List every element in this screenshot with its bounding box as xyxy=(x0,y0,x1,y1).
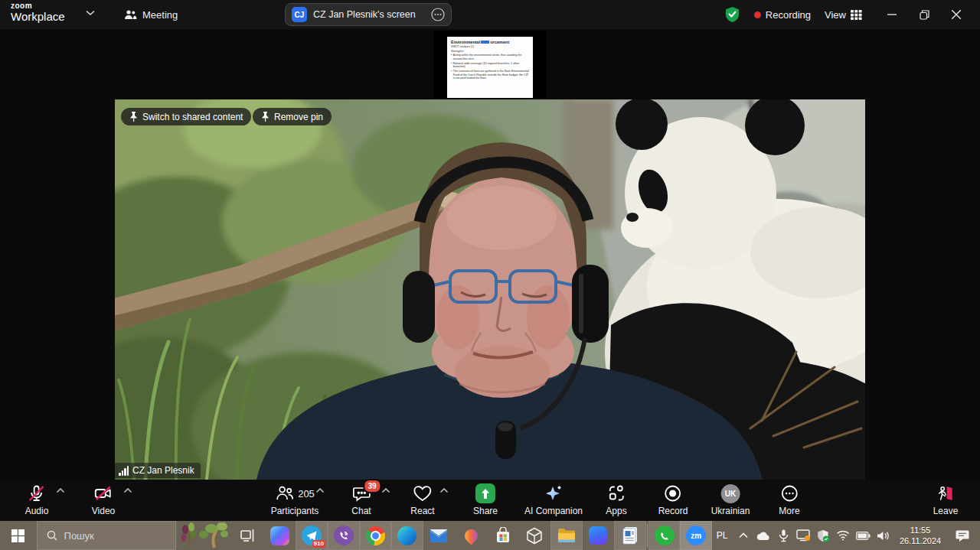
search-icon xyxy=(47,530,57,541)
tray-time: 11:55 xyxy=(910,525,931,535)
camera-off-icon xyxy=(93,483,113,503)
tab-shared-screen[interactable]: CJ CZ Jan Plesnik's screen xyxy=(285,3,452,26)
leave-button[interactable]: Leave xyxy=(933,483,959,516)
brand-zoom: zoom xyxy=(11,2,65,10)
screen-share-tray-icon[interactable] xyxy=(795,521,812,550)
slide-preview: Environmental orcement SWOT analysis (1)… xyxy=(447,37,533,98)
participant-name: CZ Jan Plesnik xyxy=(132,465,194,476)
participants-count: 205 xyxy=(298,488,315,500)
tab-shared-screen-label: CZ Jan Plesnik's screen xyxy=(313,9,425,20)
chrome-icon[interactable] xyxy=(360,521,392,550)
chat-options-caret[interactable] xyxy=(382,488,390,493)
telegram-unread-badge: 910 xyxy=(312,540,325,548)
chat-button[interactable]: 39 Chat xyxy=(351,483,371,516)
onedrive-cloud-icon[interactable] xyxy=(755,521,772,550)
paint-drop-icon[interactable] xyxy=(455,521,487,550)
tray-date: 26.11.2024 xyxy=(900,535,941,546)
avatar: CJ xyxy=(292,7,307,22)
react-button[interactable]: React xyxy=(410,483,434,516)
slide-title: Environmental orcement xyxy=(451,40,529,44)
action-center-icon[interactable] xyxy=(949,521,975,550)
pin-icon xyxy=(129,112,138,122)
participants-button[interactable]: 205 Participants xyxy=(271,483,319,516)
windows-taskbar: Пошук 910 xyxy=(0,521,980,550)
task-view-button[interactable] xyxy=(232,521,264,550)
viber-icon[interactable] xyxy=(328,521,360,550)
audio-options-caret[interactable] xyxy=(57,488,65,493)
wifi-icon[interactable] xyxy=(835,521,851,550)
view-button[interactable]: View xyxy=(825,9,862,21)
microsoft-365-icon[interactable] xyxy=(583,521,615,550)
battery-icon[interactable] xyxy=(854,521,871,550)
pinned-video-tile[interactable]: Switch to shared content Remove pin CZ J… xyxy=(115,99,865,480)
ai-companion-button[interactable]: AI Companion xyxy=(524,483,583,516)
apps-icon xyxy=(607,483,626,503)
zoom-glyph: zm xyxy=(691,532,701,540)
edge-icon[interactable] xyxy=(391,521,423,550)
pin-icon xyxy=(261,112,270,122)
participants-options-caret[interactable] xyxy=(316,488,325,493)
slide-logo xyxy=(481,41,489,44)
chevron-down-icon[interactable] xyxy=(86,10,95,16)
taskbar-separator xyxy=(647,524,648,547)
share-screen-icon xyxy=(475,483,495,503)
system-tray: PL xyxy=(712,521,980,550)
whatsapp-icon[interactable] xyxy=(648,521,681,550)
close-button[interactable] xyxy=(940,0,972,29)
remove-pin-button[interactable]: Remove pin xyxy=(253,108,332,125)
minimize-button[interactable] xyxy=(876,0,908,29)
encryption-shield-icon[interactable] xyxy=(724,6,740,23)
remove-pin-label: Remove pin xyxy=(274,112,323,122)
ai-companion-sparkle-icon xyxy=(544,483,564,503)
share-button[interactable]: Share xyxy=(473,483,498,516)
record-button[interactable]: Record xyxy=(658,483,688,516)
interpretation-language-icon: UK xyxy=(720,484,740,503)
chat-unread-badge: 39 xyxy=(363,479,381,493)
telegram-icon[interactable]: 910 xyxy=(296,521,328,550)
video-options-caret[interactable] xyxy=(124,488,132,493)
mail-icon[interactable] xyxy=(423,521,456,550)
microphone-tray-icon[interactable] xyxy=(775,521,792,550)
react-options-caret[interactable] xyxy=(440,488,449,493)
maximize-button[interactable] xyxy=(908,0,940,29)
zoom-app-icon[interactable]: zm xyxy=(680,521,712,550)
more-button[interactable]: More xyxy=(779,483,799,516)
leave-door-icon xyxy=(936,483,955,503)
tab-meeting-label: Meeting xyxy=(142,9,178,21)
apps-button[interactable]: Apps xyxy=(606,483,626,516)
switch-to-shared-content-button[interactable]: Switch to shared content xyxy=(121,108,251,125)
view-grid-icon xyxy=(851,10,862,20)
taskbar-clock[interactable]: 11:55 26.11.2024 xyxy=(894,525,946,547)
copilot-icon[interactable] xyxy=(264,521,296,550)
recording-dot-icon xyxy=(754,11,761,18)
word-document-icon[interactable] xyxy=(614,521,646,550)
shared-screen-thumbnail[interactable]: Environmental orcement SWOT analysis (1)… xyxy=(433,31,547,98)
slide-heading: Strengths: xyxy=(451,50,529,53)
switch-to-shared-content-label: Switch to shared content xyxy=(142,112,243,122)
slide-bullet: The revenues of fines are gathered in th… xyxy=(451,70,529,80)
speaker-icon[interactable] xyxy=(874,521,891,550)
windows-security-icon[interactable] xyxy=(815,521,831,550)
more-options-icon[interactable] xyxy=(431,8,445,21)
video-button[interactable]: Video xyxy=(92,483,115,516)
slide-bullet: Acting within the environmental sector, … xyxy=(451,54,529,60)
interpretation-button[interactable]: UK Ukrainian xyxy=(711,483,750,516)
desktop-plant-decoration xyxy=(176,521,232,550)
tab-meeting[interactable]: Meeting xyxy=(116,0,185,29)
search-placeholder: Пошук xyxy=(64,530,94,542)
language-indicator[interactable]: PL xyxy=(712,530,732,541)
recording-indicator[interactable]: Recording xyxy=(754,9,811,21)
heart-icon xyxy=(413,483,432,503)
microsoft-store-icon[interactable] xyxy=(487,521,519,550)
view-label: View xyxy=(825,9,846,21)
audio-button[interactable]: Audio xyxy=(25,483,49,516)
slide-subtitle: SWOT analysis (1) xyxy=(451,45,529,48)
tray-chevron-icon[interactable] xyxy=(735,521,752,550)
more-ellipsis-icon xyxy=(780,483,799,503)
3d-viewer-icon[interactable] xyxy=(518,521,550,550)
start-button[interactable] xyxy=(0,521,37,550)
slide-bullet: National-wide coverage (10 regional bran… xyxy=(451,62,529,69)
file-explorer-icon[interactable] xyxy=(550,521,583,550)
taskbar-search[interactable]: Пошук xyxy=(37,521,176,550)
record-icon xyxy=(664,483,682,503)
